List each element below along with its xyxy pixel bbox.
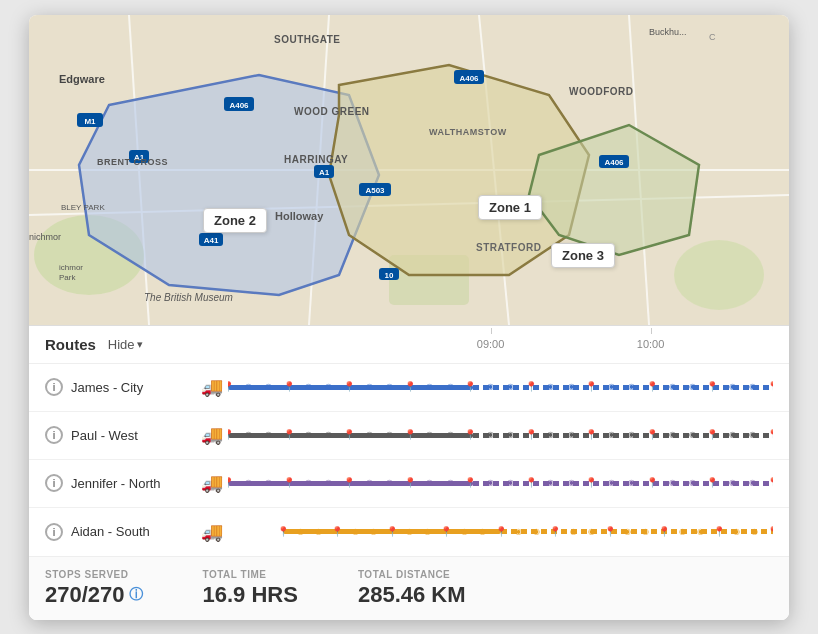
time-value: 16.9 HRS [203, 582, 298, 608]
route-row-james-city: iJames - City🚚📍◉◉📍◉◉📍◉◉📍◉◉📍◉◉📍◉◉📍◉◉📍◉◉📍◉… [29, 364, 789, 412]
route-name-paul-west: Paul - West [71, 428, 201, 443]
route-info-jennifer-north[interactable]: i [45, 474, 63, 492]
bar-container-jennifer-north: 📍◉◉📍◉◉📍◉◉📍◉◉📍◉◉📍◉◉📍◉◉📍◉◉📍◉◉📍 [228, 469, 773, 497]
zone1-label: Zone 1 [478, 195, 542, 220]
svg-text:Holloway: Holloway [275, 210, 324, 222]
time-stat: TOTAL TIME 16.9 HRS [203, 569, 298, 608]
route-info-paul-west[interactable]: i [45, 426, 63, 444]
svg-point-8 [674, 240, 764, 310]
routes-header: Routes Hide ▾ 09:00 10:00 11:00 [29, 326, 789, 364]
svg-text:STRATFORD: STRATFORD [476, 242, 541, 253]
stops-stat: STOPS SERVED 270/270 ⓘ [45, 569, 143, 608]
route-timeline-jennifer-north[interactable]: 🚚📍◉◉📍◉◉📍◉◉📍◉◉📍◉◉📍◉◉📍◉◉📍◉◉📍◉◉📍 [201, 469, 773, 497]
routes-panel: Routes Hide ▾ 09:00 10:00 11:00 iJames -… [29, 325, 789, 620]
routes-title: Routes [45, 336, 96, 353]
bar-container-james-city: 📍◉◉📍◉◉📍◉◉📍◉◉📍◉◉📍◉◉📍◉◉📍◉◉📍◉◉📍 [228, 373, 773, 401]
route-name-jennifer-north: Jennifer - North [71, 476, 201, 491]
stops-info-icon[interactable]: ⓘ [129, 586, 143, 604]
truck-icon-james-city: 🚚 [201, 376, 223, 398]
bar-container-paul-west: 📍◉◉📍◉◉📍◉◉📍◉◉📍◉◉📍◉◉📍◉◉📍◉◉📍◉◉📍 [228, 421, 773, 449]
svg-text:Park: Park [59, 273, 76, 282]
svg-text:BRENT CROSS: BRENT CROSS [97, 157, 168, 167]
svg-text:A503: A503 [365, 186, 385, 195]
route-name-james-city: James - City [71, 380, 201, 395]
svg-text:C: C [709, 32, 716, 42]
map-area: M1 A406 A1 A1 A503 A41 A406 A406 10 [29, 15, 789, 325]
svg-text:BLEY PARK: BLEY PARK [61, 203, 105, 212]
svg-text:WOOD GREEN: WOOD GREEN [294, 106, 370, 117]
dash-bar-james-city [473, 385, 773, 390]
svg-text:ichmor: ichmor [59, 263, 83, 272]
chevron-icon: ▾ [137, 338, 143, 351]
stops-label: STOPS SERVED [45, 569, 143, 580]
main-bar-jennifer-north [228, 481, 473, 486]
route-row-aidan-south: iAidan - South🚚📍◉◉📍◉◉📍◉◉📍◉◉📍◉◉📍◉◉📍◉◉📍◉◉📍… [29, 508, 789, 556]
svg-text:M1: M1 [84, 117, 96, 126]
dash-bar-jennifer-north [473, 481, 773, 486]
route-info-aidan-south[interactable]: i [45, 523, 63, 541]
route-info-james-city[interactable]: i [45, 378, 63, 396]
truck-icon-paul-west: 🚚 [201, 424, 223, 446]
main-bar-paul-west [228, 433, 473, 438]
zone3-label: Zone 3 [551, 243, 615, 268]
distance-label: TOTAL DISTANCE [358, 569, 466, 580]
svg-text:HARRINGAY: HARRINGAY [284, 154, 348, 165]
svg-text:WOODFORD: WOODFORD [569, 86, 634, 97]
svg-text:The British Museum: The British Museum [144, 292, 233, 303]
route-rows-container: iJames - City🚚📍◉◉📍◉◉📍◉◉📍◉◉📍◉◉📍◉◉📍◉◉📍◉◉📍◉… [29, 364, 789, 556]
dash-bar-aidan-south [501, 529, 774, 534]
route-timeline-aidan-south[interactable]: 🚚📍◉◉📍◉◉📍◉◉📍◉◉📍◉◉📍◉◉📍◉◉📍◉◉📍◉◉📍 [201, 518, 773, 546]
stops-value: 270/270 ⓘ [45, 582, 143, 608]
distance-value: 285.46 KM [358, 582, 466, 608]
main-bar-james-city [228, 385, 473, 390]
svg-text:A41: A41 [204, 236, 219, 245]
route-row-paul-west: iPaul - West🚚📍◉◉📍◉◉📍◉◉📍◉◉📍◉◉📍◉◉📍◉◉📍◉◉📍◉◉… [29, 412, 789, 460]
main-container: M1 A406 A1 A1 A503 A41 A406 A406 10 [29, 15, 789, 620]
route-name-aidan-south: Aidan - South [71, 524, 201, 539]
stops-number: 270/270 [45, 582, 125, 608]
truck-icon-jennifer-north: 🚚 [201, 472, 223, 494]
truck-icon-aidan-south: 🚚 [201, 521, 223, 543]
distance-stat: TOTAL DISTANCE 285.46 KM [358, 569, 466, 608]
svg-text:WALTHAMSTOW: WALTHAMSTOW [429, 127, 507, 137]
stats-footer: STOPS SERVED 270/270 ⓘ TOTAL TIME 16.9 H… [29, 556, 789, 620]
main-bar-aidan-south [283, 529, 501, 534]
route-row-jennifer-north: iJennifer - North🚚📍◉◉📍◉◉📍◉◉📍◉◉📍◉◉📍◉◉📍◉◉📍… [29, 460, 789, 508]
timeline-header: 09:00 10:00 11:00 [411, 338, 789, 350]
svg-text:A406: A406 [229, 101, 249, 110]
svg-text:SOUTHGATE: SOUTHGATE [274, 34, 341, 45]
hide-label: Hide [108, 337, 135, 352]
svg-text:10: 10 [385, 271, 394, 280]
time-10: 10:00 [571, 338, 731, 350]
time-11: 11:00 [731, 338, 789, 350]
route-timeline-james-city[interactable]: 🚚📍◉◉📍◉◉📍◉◉📍◉◉📍◉◉📍◉◉📍◉◉📍◉◉📍◉◉📍 [201, 373, 773, 401]
hide-button[interactable]: Hide ▾ [108, 337, 143, 352]
svg-text:Edgware: Edgware [59, 73, 105, 85]
route-timeline-paul-west[interactable]: 🚚📍◉◉📍◉◉📍◉◉📍◉◉📍◉◉📍◉◉📍◉◉📍◉◉📍◉◉📍 [201, 421, 773, 449]
bar-container-aidan-south: 📍◉◉📍◉◉📍◉◉📍◉◉📍◉◉📍◉◉📍◉◉📍◉◉📍◉◉📍 [228, 518, 773, 546]
svg-text:A406: A406 [459, 74, 479, 83]
time-label: TOTAL TIME [203, 569, 298, 580]
zone2-label: Zone 2 [203, 208, 267, 233]
svg-text:A1: A1 [319, 168, 330, 177]
svg-text:Buckhu...: Buckhu... [649, 27, 687, 37]
svg-text:nichmor: nichmor [29, 232, 61, 242]
time-09: 09:00 [411, 338, 571, 350]
svg-text:A406: A406 [604, 158, 624, 167]
dash-bar-paul-west [473, 433, 773, 438]
